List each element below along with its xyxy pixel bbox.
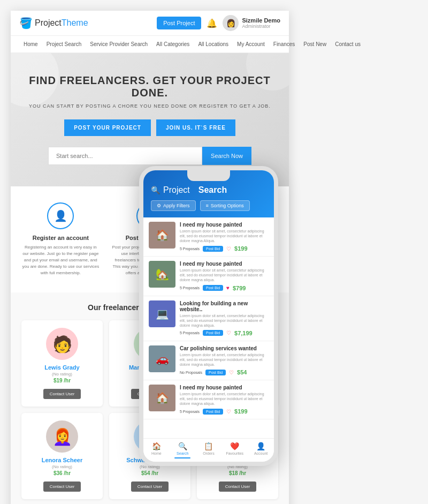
notification-bell-icon[interactable]: 🔔 (207, 18, 217, 28)
proposals-count-5: 5 Proposals (180, 410, 200, 413)
nav-finances[interactable]: Finances (269, 36, 300, 52)
project-meta-2: 5 Proposals Post Bid ♥ $799 (180, 285, 269, 291)
phone-title-search: Search (198, 185, 227, 195)
feature-register-desc: Registering an account is very easy in o… (21, 244, 100, 276)
phone-frame: 🔍 Project Search ⚙ Apply Filters ≡ (139, 166, 278, 466)
phone-nav-orders[interactable]: 📋 Orders (196, 442, 222, 458)
project-desc-2: Lorem ipsum dolor sit amet, consectetur … (180, 268, 269, 282)
project-thumb-4: 🚗 (149, 345, 175, 372)
phone-content: 🔍 Project Search ⚙ Apply Filters ≡ (143, 170, 274, 462)
nav-home[interactable]: Home (19, 36, 42, 52)
project-item-3[interactable]: 💻 Looking for building a new website.. L… (143, 296, 274, 341)
project-meta-1: 5 Proposals Post Bid ♡ $199 (180, 245, 269, 252)
search-input[interactable] (48, 147, 202, 165)
header-right: Post Project 🔔 👩 Sizmile Demo Administra… (157, 15, 280, 31)
search-bar: Search Now (48, 147, 251, 165)
favourites-nav-label: Favourites (226, 452, 243, 455)
post-bid-button-4[interactable]: Post Bid (205, 370, 226, 375)
hero-join-button[interactable]: JOIN US. IT`S FREE (156, 119, 235, 136)
phone-nav-account[interactable]: 👤 Account (248, 442, 274, 458)
post-bid-button-5[interactable]: Post Bid (203, 409, 223, 415)
hero-post-project-button[interactable]: POST YOUR PROJECT (64, 119, 151, 136)
search-nav-label: Search (177, 452, 188, 455)
freelancer-rating-lenora: (No rating) (27, 464, 97, 469)
project-title-1: I need my house painted (180, 222, 269, 228)
project-title-3: Looking for building a new website.. (180, 300, 269, 312)
project-item-5[interactable]: 🏠 I need my house painted Lorem ipsum do… (143, 380, 274, 419)
phone-nav-favourites[interactable]: ❤️ Favourites (221, 442, 248, 458)
user-role: Administrator (242, 24, 280, 29)
project-info-5: I need my house painted Lorem ipsum dolo… (180, 385, 269, 415)
price-4: $54 (237, 369, 247, 375)
apply-filters-button[interactable]: ⚙ Apply Filters (151, 200, 196, 211)
nav-categories[interactable]: All Categories (152, 36, 194, 52)
phone-bottom-nav: 🏠 Home 🔍 Search 📋 Orders (143, 438, 274, 462)
sort-icon: ≡ (206, 203, 209, 208)
search-button[interactable]: Search Now (202, 147, 251, 165)
nav-contact[interactable]: Contact us (331, 36, 365, 52)
feature-register-title: Register an account (21, 235, 100, 241)
heart-icon-4[interactable]: ♡ (229, 370, 234, 375)
project-title-4: Car polishing services wanted (180, 345, 269, 351)
heart-icon-3[interactable]: ♡ (226, 330, 231, 336)
phone-nav-home[interactable]: 🏠 Home (143, 442, 170, 458)
project-info-3: Looking for building a new website.. Lor… (180, 300, 269, 336)
hero-buttons: POST YOUR PROJECT JOIN US. IT`S FREE (21, 119, 278, 136)
freelancer-card-lewis: 🧑 Lewis Grady (No rating) $19 /hr Contac… (21, 320, 103, 407)
contact-button-lenora[interactable]: Contact User (43, 482, 81, 492)
phone-header-title: 🔍 Project Search (151, 185, 266, 195)
phone-title-project: Project (163, 185, 190, 195)
sorting-options-button[interactable]: ≡ Sorting Options (200, 200, 250, 211)
project-thumb-3: 💻 (149, 300, 175, 327)
main-nav: Home Project Search Service Provider Sea… (11, 36, 289, 53)
nav-account[interactable]: My Account (233, 36, 269, 52)
nav-post-new[interactable]: Post New (299, 36, 331, 52)
heart-icon-2[interactable]: ♥ (226, 285, 230, 291)
project-item-2[interactable]: 🏡 I need my house painted Lorem ipsum do… (143, 257, 274, 296)
sorting-options-label: Sorting Options (211, 203, 244, 208)
phone-nav-search[interactable]: 🔍 Search (170, 442, 196, 458)
project-item-1[interactable]: 🏠 I need my house painted Lorem ipsum do… (143, 217, 274, 257)
post-bid-button-1[interactable]: Post Bid (203, 246, 223, 252)
project-meta-4: No Proposals Post Bid ♡ $54 (180, 369, 269, 375)
freelancer-rate-lenora: $36 /hr (27, 470, 97, 476)
home-nav-label: Home (151, 452, 162, 455)
nav-locations[interactable]: All Locations (194, 36, 233, 52)
user-name: Sizmile Demo (242, 17, 280, 24)
project-thumb-5: 🏠 (149, 385, 175, 411)
phone-filter-bar: ⚙ Apply Filters ≡ Sorting Options (151, 200, 266, 211)
freelancer-name-lenora: Lenora Scheer (27, 457, 97, 463)
account-nav-icon: 👤 (256, 442, 265, 450)
post-bid-button-2[interactable]: Post Bid (203, 285, 223, 291)
user-details: Sizmile Demo Administrator (242, 17, 280, 29)
feature-register-icon: 👤 (47, 202, 74, 229)
project-desc-5: Lorem ipsum dolor sit amet, consectetur … (180, 392, 269, 406)
project-meta-3: 5 Proposals Post Bid ♡ $7,199 (180, 330, 269, 336)
orders-nav-icon: 📋 (204, 442, 213, 450)
post-bid-button-3[interactable]: Post Bid (203, 330, 223, 336)
logo-theme-text: Theme (62, 18, 88, 28)
user-info: 👩 Sizmile Demo Administrator (223, 15, 280, 31)
proposals-count-1: 5 Proposals (180, 247, 200, 251)
nav-active-indicator (174, 457, 190, 458)
logo: 🪣 Project Theme (19, 17, 88, 29)
freelancer-name-lewis: Lewis Grady (27, 364, 97, 371)
freelancer-avatar-lenora: 👩‍🦰 (46, 420, 78, 453)
price-2: $799 (233, 285, 246, 291)
phone-search-icon: 🔍 (151, 186, 160, 194)
heart-icon-1[interactable]: ♡ (226, 246, 231, 252)
heart-icon-5[interactable]: ♡ (226, 409, 231, 415)
project-info-2: I need my house painted Lorem ipsum dolo… (180, 261, 269, 291)
nav-project-search[interactable]: Project Search (42, 36, 86, 52)
home-nav-icon: 🏠 (152, 442, 161, 450)
project-item-4[interactable]: 🚗 Car polishing services wanted Lorem ip… (143, 341, 274, 380)
hero-subtitle: YOU CAN START BY POSTING A CHORE YOU NEE… (21, 103, 278, 109)
nav-service-provider[interactable]: Service Provider Search (86, 36, 152, 52)
site-header: 🪣 Project Theme Post Project 🔔 👩 Sizmile… (11, 11, 289, 36)
freelancer-card-lenora: 👩‍🦰 Lenora Scheer (No rating) $36 /hr Co… (21, 413, 103, 499)
contact-button-lewis[interactable]: Contact User (43, 389, 81, 399)
proposals-count-3: 5 Proposals (180, 331, 200, 335)
phone-project-list: 🏠 I need my house painted Lorem ipsum do… (143, 217, 274, 438)
post-project-header-button[interactable]: Post Project (157, 17, 201, 29)
phone-overlay: 🔍 Project Search ⚙ Apply Filters ≡ (139, 166, 289, 487)
